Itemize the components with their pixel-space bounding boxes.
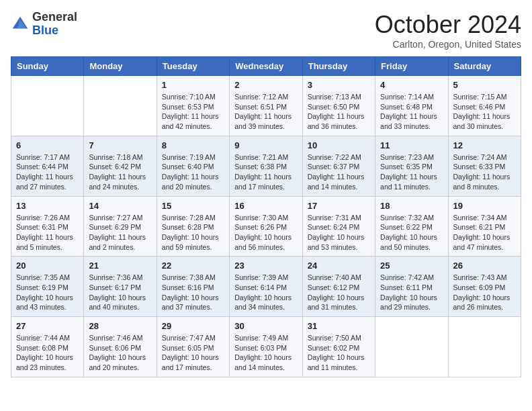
calendar-cell: 17Sunrise: 7:31 AM Sunset: 6:24 PM Dayli…	[302, 196, 375, 257]
day-detail: Sunrise: 7:27 AM Sunset: 6:29 PM Dayligh…	[89, 213, 151, 253]
day-detail: Sunrise: 7:21 AM Sunset: 6:38 PM Dayligh…	[234, 152, 297, 192]
day-detail: Sunrise: 7:22 AM Sunset: 6:37 PM Dayligh…	[308, 152, 370, 192]
month-title: October 2024	[375, 11, 521, 39]
day-number: 30	[234, 321, 297, 331]
day-detail: Sunrise: 7:30 AM Sunset: 6:26 PM Dayligh…	[234, 213, 297, 253]
day-of-week-header: Saturday	[448, 57, 521, 76]
day-number: 20	[16, 261, 79, 271]
day-detail: Sunrise: 7:38 AM Sunset: 6:16 PM Dayligh…	[162, 273, 224, 312]
day-detail: Sunrise: 7:42 AM Sunset: 6:11 PM Dayligh…	[380, 273, 443, 312]
day-detail: Sunrise: 7:44 AM Sunset: 6:08 PM Dayligh…	[16, 333, 79, 373]
day-of-week-header: Tuesday	[157, 57, 229, 76]
day-number: 16	[234, 201, 297, 211]
day-detail: Sunrise: 7:19 AM Sunset: 6:40 PM Dayligh…	[162, 152, 224, 192]
day-detail: Sunrise: 7:49 AM Sunset: 6:03 PM Dayligh…	[234, 333, 297, 373]
day-number: 10	[308, 140, 370, 150]
day-number: 13	[16, 201, 79, 211]
calendar-week-row: 6Sunrise: 7:17 AM Sunset: 6:44 PM Daylig…	[11, 136, 521, 196]
day-detail: Sunrise: 7:36 AM Sunset: 6:17 PM Dayligh…	[89, 273, 151, 312]
calendar-cell	[11, 76, 84, 136]
day-number: 21	[89, 261, 151, 271]
calendar-cell: 9Sunrise: 7:21 AM Sunset: 6:38 PM Daylig…	[230, 136, 302, 196]
day-detail: Sunrise: 7:15 AM Sunset: 6:46 PM Dayligh…	[453, 92, 516, 132]
day-detail: Sunrise: 7:34 AM Sunset: 6:21 PM Dayligh…	[453, 213, 516, 253]
day-of-week-header: Wednesday	[230, 57, 302, 76]
day-number: 19	[453, 201, 516, 211]
calendar-cell: 7Sunrise: 7:18 AM Sunset: 6:42 PM Daylig…	[84, 136, 157, 196]
calendar-cell: 19Sunrise: 7:34 AM Sunset: 6:21 PM Dayli…	[448, 196, 521, 257]
day-detail: Sunrise: 7:24 AM Sunset: 6:33 PM Dayligh…	[453, 152, 516, 192]
calendar-cell: 3Sunrise: 7:13 AM Sunset: 6:50 PM Daylig…	[302, 76, 375, 136]
day-number: 18	[380, 201, 443, 211]
logo-icon	[11, 15, 30, 34]
day-detail: Sunrise: 7:17 AM Sunset: 6:44 PM Dayligh…	[16, 152, 79, 192]
calendar-cell: 16Sunrise: 7:30 AM Sunset: 6:26 PM Dayli…	[230, 196, 302, 257]
day-detail: Sunrise: 7:23 AM Sunset: 6:35 PM Dayligh…	[380, 152, 443, 192]
day-number: 7	[89, 140, 151, 150]
day-detail: Sunrise: 7:31 AM Sunset: 6:24 PM Dayligh…	[308, 213, 370, 253]
day-number: 29	[162, 321, 224, 331]
calendar-cell: 14Sunrise: 7:27 AM Sunset: 6:29 PM Dayli…	[84, 196, 157, 257]
calendar-cell: 20Sunrise: 7:35 AM Sunset: 6:19 PM Dayli…	[11, 257, 84, 317]
day-number: 27	[16, 321, 79, 331]
day-number: 11	[380, 140, 443, 150]
calendar-cell: 1Sunrise: 7:10 AM Sunset: 6:53 PM Daylig…	[157, 76, 229, 136]
title-block: October 2024 Carlton, Oregon, United Sta…	[375, 11, 521, 50]
day-of-week-header: Monday	[84, 57, 157, 76]
calendar-header-row: SundayMondayTuesdayWednesdayThursdayFrid…	[11, 57, 521, 76]
day-number: 15	[162, 201, 224, 211]
calendar-cell: 12Sunrise: 7:24 AM Sunset: 6:33 PM Dayli…	[448, 136, 521, 196]
calendar-cell: 29Sunrise: 7:47 AM Sunset: 6:05 PM Dayli…	[157, 317, 229, 377]
day-number: 31	[308, 321, 370, 331]
calendar-cell	[448, 317, 521, 377]
calendar-cell	[375, 317, 448, 377]
calendar-cell: 18Sunrise: 7:32 AM Sunset: 6:22 PM Dayli…	[375, 196, 448, 257]
day-number: 12	[453, 140, 516, 150]
day-number: 24	[308, 261, 370, 271]
logo-blue: Blue	[32, 24, 58, 37]
day-number: 3	[308, 80, 370, 90]
calendar-cell: 23Sunrise: 7:39 AM Sunset: 6:14 PM Dayli…	[230, 257, 302, 317]
calendar-cell: 8Sunrise: 7:19 AM Sunset: 6:40 PM Daylig…	[157, 136, 229, 196]
calendar-cell: 6Sunrise: 7:17 AM Sunset: 6:44 PM Daylig…	[11, 136, 84, 196]
calendar-cell: 22Sunrise: 7:38 AM Sunset: 6:16 PM Dayli…	[157, 257, 229, 317]
calendar-cell: 11Sunrise: 7:23 AM Sunset: 6:35 PM Dayli…	[375, 136, 448, 196]
calendar-cell	[84, 76, 157, 136]
logo-general: General	[32, 10, 77, 24]
calendar-cell: 24Sunrise: 7:40 AM Sunset: 6:12 PM Dayli…	[302, 257, 375, 317]
page-header: General Blue October 2024 Carlton, Orego…	[11, 11, 521, 50]
day-detail: Sunrise: 7:10 AM Sunset: 6:53 PM Dayligh…	[162, 92, 224, 132]
day-number: 28	[89, 321, 151, 331]
day-detail: Sunrise: 7:12 AM Sunset: 6:51 PM Dayligh…	[234, 92, 297, 132]
calendar-cell: 28Sunrise: 7:46 AM Sunset: 6:06 PM Dayli…	[84, 317, 157, 377]
calendar-cell: 26Sunrise: 7:43 AM Sunset: 6:09 PM Dayli…	[448, 257, 521, 317]
calendar-cell: 27Sunrise: 7:44 AM Sunset: 6:08 PM Dayli…	[11, 317, 84, 377]
logo: General Blue	[11, 11, 77, 38]
day-detail: Sunrise: 7:47 AM Sunset: 6:05 PM Dayligh…	[162, 333, 224, 373]
day-number: 25	[380, 261, 443, 271]
day-of-week-header: Sunday	[11, 57, 84, 76]
day-number: 2	[234, 80, 297, 90]
calendar-week-row: 27Sunrise: 7:44 AM Sunset: 6:08 PM Dayli…	[11, 317, 521, 377]
day-number: 4	[380, 80, 443, 90]
calendar-cell: 4Sunrise: 7:14 AM Sunset: 6:48 PM Daylig…	[375, 76, 448, 136]
calendar-cell: 31Sunrise: 7:50 AM Sunset: 6:02 PM Dayli…	[302, 317, 375, 377]
calendar-week-row: 1Sunrise: 7:10 AM Sunset: 6:53 PM Daylig…	[11, 76, 521, 136]
calendar-week-row: 20Sunrise: 7:35 AM Sunset: 6:19 PM Dayli…	[11, 257, 521, 317]
calendar-cell: 30Sunrise: 7:49 AM Sunset: 6:03 PM Dayli…	[230, 317, 302, 377]
calendar-cell: 21Sunrise: 7:36 AM Sunset: 6:17 PM Dayli…	[84, 257, 157, 317]
day-number: 1	[162, 80, 224, 90]
day-detail: Sunrise: 7:35 AM Sunset: 6:19 PM Dayligh…	[16, 273, 79, 312]
day-detail: Sunrise: 7:50 AM Sunset: 6:02 PM Dayligh…	[308, 333, 370, 373]
day-of-week-header: Thursday	[302, 57, 375, 76]
calendar-table: SundayMondayTuesdayWednesdayThursdayFrid…	[11, 56, 521, 377]
day-number: 5	[453, 80, 516, 90]
calendar-cell: 5Sunrise: 7:15 AM Sunset: 6:46 PM Daylig…	[448, 76, 521, 136]
day-detail: Sunrise: 7:43 AM Sunset: 6:09 PM Dayligh…	[453, 273, 516, 312]
day-number: 14	[89, 201, 151, 211]
day-number: 22	[162, 261, 224, 271]
day-detail: Sunrise: 7:40 AM Sunset: 6:12 PM Dayligh…	[308, 273, 370, 312]
day-detail: Sunrise: 7:39 AM Sunset: 6:14 PM Dayligh…	[234, 273, 297, 312]
calendar-week-row: 13Sunrise: 7:26 AM Sunset: 6:31 PM Dayli…	[11, 196, 521, 257]
day-number: 26	[453, 261, 516, 271]
